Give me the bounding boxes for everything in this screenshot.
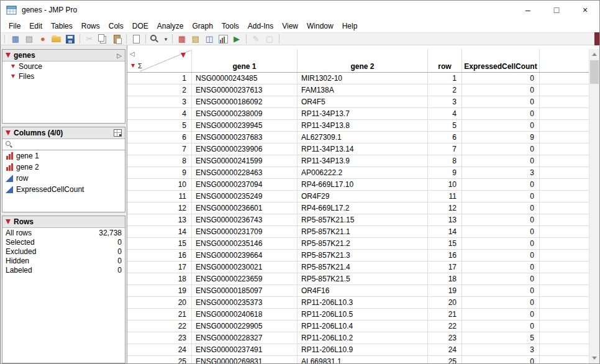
empty-cell[interactable] — [540, 84, 590, 96]
menu-tables[interactable]: Tables — [47, 22, 77, 30]
gene1-cell[interactable]: ENSG00000229905 — [192, 321, 298, 332]
gene2-cell[interactable]: MIR1302-10 — [298, 73, 428, 84]
empty-cell[interactable] — [540, 108, 590, 120]
column-header-gene-2[interactable]: gene 2 — [298, 49, 428, 72]
count-cell[interactable]: 0 — [462, 321, 540, 332]
red-triangle-menu-icon[interactable] — [6, 130, 11, 135]
count-cell[interactable]: 0 — [462, 214, 540, 226]
empty-cell[interactable] — [540, 309, 590, 321]
red-triangle-menu-icon[interactable] — [6, 53, 11, 58]
data-table-icon[interactable]: ▦ — [176, 34, 188, 45]
menu-analyze[interactable]: Analyze — [153, 22, 188, 30]
menu-edit[interactable]: Edit — [25, 22, 47, 30]
row-number-cell[interactable]: 23 — [127, 332, 192, 344]
gene2-cell[interactable]: RP5-857K21.15 — [298, 214, 428, 226]
gene1-cell[interactable]: ENSG00000186092 — [192, 96, 298, 108]
gene1-cell[interactable]: ENSG00000269831 — [192, 356, 298, 363]
new-window-icon[interactable]: ▤ — [23, 34, 35, 45]
row-number-cell[interactable]: 13 — [127, 214, 192, 226]
table-panel-item-source[interactable]: Source — [2, 61, 125, 71]
count-cell[interactable]: 0 — [462, 202, 540, 214]
empty-cell[interactable] — [540, 273, 590, 285]
empty-cell[interactable] — [540, 191, 590, 202]
row-cell[interactable]: 17 — [428, 262, 462, 273]
menu-help[interactable]: Help — [338, 22, 362, 30]
empty-cell[interactable] — [540, 238, 590, 250]
columns-menu-icon[interactable] — [181, 53, 186, 58]
count-cell[interactable]: 0 — [462, 297, 540, 309]
menu-graph[interactable]: Graph — [188, 22, 217, 30]
row-cell[interactable]: 18 — [428, 273, 462, 285]
menu-view[interactable]: View — [278, 22, 302, 30]
gene2-cell[interactable]: OR4F5 — [298, 96, 428, 108]
count-cell[interactable]: 0 — [462, 356, 540, 363]
gene1-cell[interactable]: NSG00000243485 — [192, 73, 298, 84]
gene2-cell[interactable]: AP006222.2 — [298, 167, 428, 179]
gene1-cell[interactable]: ENSG00000185097 — [192, 285, 298, 297]
count-cell[interactable]: 0 — [462, 108, 540, 120]
red-triangle-icon[interactable] — [11, 65, 15, 68]
row-number-cell[interactable]: 19 — [127, 285, 192, 297]
gene2-cell[interactable]: RP11-34P13.8 — [298, 120, 428, 132]
gene1-cell[interactable]: ENSG00000235373 — [192, 297, 298, 309]
gene2-cell[interactable]: AL669831.1 — [298, 356, 428, 363]
count-cell[interactable]: 0 — [462, 96, 540, 108]
menu-rows[interactable]: Rows — [77, 22, 104, 30]
close-button[interactable]: × — [571, 1, 599, 19]
menu-cols[interactable]: Cols — [104, 22, 128, 30]
empty-cell[interactable] — [540, 73, 590, 84]
row-cell[interactable]: 5 — [428, 120, 462, 132]
row-number-cell[interactable]: 7 — [127, 143, 192, 155]
gene1-cell[interactable]: ENSG00000235146 — [192, 238, 298, 250]
empty-cell[interactable] — [540, 202, 590, 214]
column-header-gene-1[interactable]: gene 1 — [192, 49, 298, 72]
count-cell[interactable]: 0 — [462, 179, 540, 191]
paste-icon[interactable] — [111, 34, 123, 45]
empty-cell[interactable] — [540, 344, 590, 356]
empty-cell[interactable] — [540, 250, 590, 262]
gene1-cell[interactable]: ENSG00000235249 — [192, 191, 298, 202]
empty-cell[interactable] — [540, 214, 590, 226]
gene1-cell[interactable]: ENSG00000228463 — [192, 167, 298, 179]
row-cell[interactable]: 19 — [428, 285, 462, 297]
column-header-blank[interactable] — [540, 49, 590, 72]
count-cell[interactable]: 9 — [462, 132, 540, 143]
row-number-cell[interactable]: 16 — [127, 250, 192, 262]
empty-cell[interactable] — [540, 143, 590, 155]
empty-cell[interactable] — [540, 262, 590, 273]
journal-icon[interactable]: ▤ — [189, 34, 202, 45]
save-icon[interactable] — [64, 34, 76, 45]
gene2-cell[interactable]: RP11-206L10.9 — [298, 344, 428, 356]
gene1-cell[interactable]: ENSG00000240618 — [192, 309, 298, 321]
column-item-gene-1[interactable]: gene 1 — [2, 150, 125, 162]
count-cell[interactable]: 0 — [462, 226, 540, 238]
row-cell[interactable]: 7 — [428, 143, 462, 155]
column-header-expressedcellcount[interactable]: ExpressedCellCount — [462, 49, 540, 72]
column-filter-icon[interactable] — [114, 129, 122, 137]
row-number-cell[interactable]: 6 — [127, 132, 192, 143]
row-cell[interactable]: 2 — [428, 84, 462, 96]
empty-cell[interactable] — [540, 96, 590, 108]
new-data-table-icon[interactable]: ▦ — [9, 34, 22, 45]
row-number-cell[interactable]: 5 — [127, 120, 192, 132]
count-cell[interactable]: 0 — [462, 155, 540, 167]
gene1-cell[interactable]: ENSG00000236743 — [192, 214, 298, 226]
gene2-cell[interactable]: RP5-857K21.1 — [298, 226, 428, 238]
empty-cell[interactable] — [540, 321, 590, 332]
gene2-cell[interactable]: RP11-206L10.5 — [298, 309, 428, 321]
empty-cell[interactable] — [540, 356, 590, 363]
empty-cell[interactable] — [540, 167, 590, 179]
row-number-cell[interactable]: 3 — [127, 96, 192, 108]
columns-search-field[interactable] — [2, 139, 125, 150]
row-cell[interactable]: 14 — [428, 226, 462, 238]
annotate-icon[interactable]: ✎ — [250, 34, 262, 45]
empty-cell[interactable] — [540, 332, 590, 344]
scrollbar-thumb[interactable] — [590, 60, 599, 84]
selection-icon[interactable]: ▢ — [263, 34, 276, 45]
column-item-gene-2[interactable]: gene 2 — [2, 162, 125, 173]
column-item-expressedcellcount[interactable]: ExpressedCellCount — [2, 184, 125, 195]
gene2-cell[interactable]: AL627309.1 — [298, 132, 428, 143]
gene2-cell[interactable]: RP5-857K21.5 — [298, 273, 428, 285]
red-triangle-menu-icon[interactable] — [6, 219, 11, 224]
gene2-cell[interactable]: RP11-206L10.3 — [298, 297, 428, 309]
